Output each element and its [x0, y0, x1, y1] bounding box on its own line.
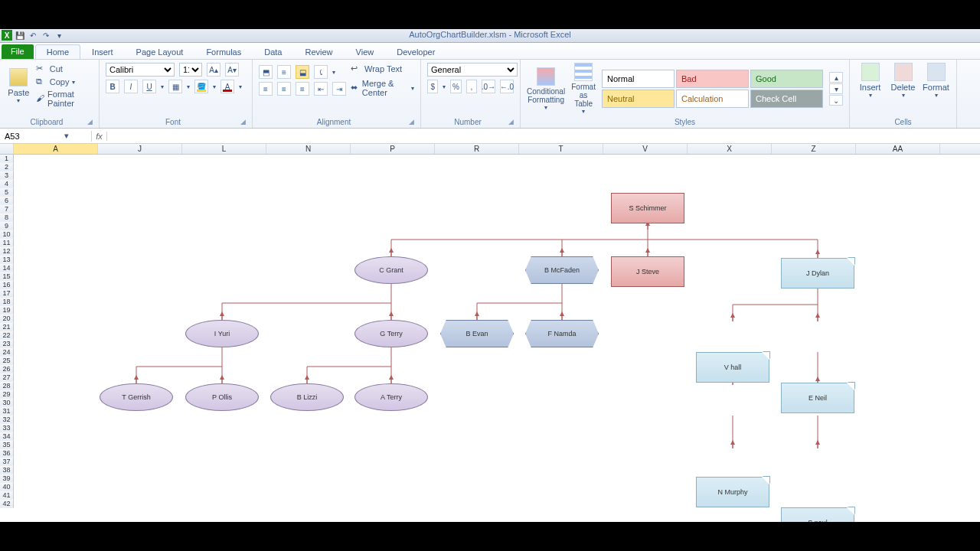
org-node-p_ollis[interactable]: P Ollis [185, 383, 259, 411]
row-header[interactable]: 24 [0, 348, 14, 357]
qat-more-icon[interactable]: ▾ [54, 30, 64, 41]
fx-icon[interactable]: fx [92, 132, 107, 141]
cell-style-bad[interactable]: Bad [676, 70, 749, 88]
merge-center-button[interactable]: ⬌Merge & Center ▾ [351, 78, 414, 98]
tab-page-layout[interactable]: Page Layout [125, 44, 195, 59]
column-header[interactable]: X [688, 144, 772, 154]
decrease-decimal-button[interactable]: ←.0 [500, 80, 514, 93]
column-header[interactable]: V [603, 144, 688, 154]
column-header[interactable]: AA [856, 144, 940, 154]
row-header[interactable]: 8 [0, 214, 14, 222]
shrink-font-button[interactable]: A▾ [225, 63, 239, 77]
accounting-button[interactable]: $ [427, 80, 438, 93]
row-header[interactable]: 26 [0, 365, 14, 373]
font-name-select[interactable]: Calibri [106, 63, 175, 77]
column-header[interactable]: N [266, 144, 351, 154]
row-header[interactable]: 13 [0, 256, 14, 264]
cell-style-check-cell[interactable]: Check Cell [750, 90, 823, 108]
org-node-s_paul[interactable]: S paul [781, 507, 854, 522]
row-header[interactable]: 28 [0, 382, 14, 390]
org-node-s_schimmer[interactable]: S Schimmer [611, 193, 684, 223]
tab-home[interactable]: Home [35, 44, 80, 59]
column-header[interactable]: L [182, 144, 266, 154]
undo-icon[interactable]: ↶ [28, 30, 38, 41]
row-header[interactable]: 3 [0, 171, 14, 180]
cell-style-normal[interactable]: Normal [602, 70, 675, 88]
org-node-j_dylan[interactable]: J Dylan [781, 258, 854, 289]
delete-button[interactable]: Delete▾ [889, 63, 917, 99]
row-header[interactable]: 39 [0, 474, 14, 483]
org-node-j_steve[interactable]: J Steve [611, 256, 684, 287]
grow-font-button[interactable]: A▴ [207, 63, 220, 77]
format-painter-button[interactable]: 🖌Format Painter [36, 89, 93, 109]
row-header[interactable]: 15 [0, 272, 14, 281]
conditional-formatting-button[interactable]: Conditional Formatting ▾ [527, 67, 565, 111]
row-header[interactable]: 35 [0, 441, 14, 449]
tab-view[interactable]: View [345, 44, 386, 59]
row-header[interactable]: 38 [0, 466, 14, 474]
column-header[interactable]: Z [772, 144, 856, 154]
align-bottom-button[interactable]: ⬓ [296, 65, 309, 79]
row-header[interactable]: 32 [0, 416, 14, 424]
row-header[interactable]: 2 [0, 163, 14, 171]
row-header[interactable]: 41 [0, 491, 14, 500]
dialog-launcher-icon[interactable]: ◢ [409, 118, 414, 126]
font-size-select[interactable]: 11 [179, 63, 202, 77]
row-header[interactable]: 34 [0, 432, 14, 441]
row-header[interactable]: 18 [0, 298, 14, 306]
row-header[interactable]: 30 [0, 399, 14, 407]
dialog-launcher-icon[interactable]: ◢ [240, 118, 246, 126]
org-node-g_terry[interactable]: G Terry [354, 320, 428, 347]
row-header[interactable]: 10 [0, 230, 14, 239]
align-center-button[interactable]: ≡ [277, 82, 291, 96]
format-as-table-button[interactable]: Format as Table ▾ [570, 63, 597, 115]
tab-data[interactable]: Data [253, 44, 293, 59]
row-header[interactable]: 1 [0, 155, 14, 163]
select-all-corner[interactable] [0, 144, 14, 154]
org-node-b_lizzi[interactable]: B Lizzi [270, 383, 344, 411]
styles-scroll-up-icon[interactable]: ▴ [829, 72, 843, 83]
underline-button[interactable]: U [142, 80, 156, 93]
row-header[interactable]: 12 [0, 247, 14, 256]
row-header[interactable]: 37 [0, 458, 14, 466]
align-middle-button[interactable]: ≡ [277, 65, 291, 79]
align-right-button[interactable]: ≡ [296, 82, 309, 96]
org-node-e_neil[interactable]: E Neil [781, 383, 854, 413]
org-node-v_hall[interactable]: V hall [696, 352, 769, 383]
column-header[interactable]: R [435, 144, 519, 154]
comma-button[interactable]: , [466, 80, 477, 93]
cell-style-calculation[interactable]: Calculation [676, 90, 749, 108]
tab-formulas[interactable]: Formulas [194, 44, 253, 59]
cut-button[interactable]: ✂Cut [36, 63, 93, 75]
tab-insert[interactable]: Insert [80, 44, 125, 59]
row-header[interactable]: 29 [0, 390, 14, 399]
decrease-indent-button[interactable]: ⇤ [314, 82, 328, 96]
border-button[interactable]: ▦ [168, 80, 182, 93]
column-header[interactable]: T [519, 144, 603, 154]
wrap-text-button[interactable]: ↩Wrap Text [351, 63, 414, 75]
org-node-n_murphy[interactable]: N Murphy [696, 477, 769, 507]
orientation-button[interactable]: ⤹ [314, 65, 328, 79]
row-header[interactable]: 9 [0, 222, 14, 230]
row-header[interactable]: 33 [0, 424, 14, 432]
italic-button[interactable]: I [124, 80, 138, 93]
org-node-a_terry[interactable]: A Terry [354, 383, 428, 411]
row-header[interactable]: 20 [0, 315, 14, 323]
org-node-c_grant[interactable]: C Grant [354, 256, 428, 284]
org-node-b_evan[interactable]: B Evan [440, 320, 514, 347]
org-node-b_mcfaden[interactable]: B McFaden [525, 256, 599, 284]
number-format-select[interactable]: General [427, 63, 518, 77]
row-header[interactable]: 17 [0, 289, 14, 298]
bold-button[interactable]: B [106, 80, 119, 93]
row-header[interactable]: 7 [0, 205, 14, 214]
row-header[interactable]: 16 [0, 281, 14, 289]
row-header[interactable]: 22 [0, 331, 14, 340]
row-header[interactable]: 5 [0, 188, 14, 197]
row-header[interactable]: 6 [0, 197, 14, 205]
percent-button[interactable]: % [450, 80, 461, 93]
row-header[interactable]: 27 [0, 373, 14, 382]
row-header[interactable]: 40 [0, 483, 14, 491]
org-node-i_yuri[interactable]: I Yuri [185, 320, 259, 347]
align-left-button[interactable]: ≡ [259, 82, 273, 96]
row-header[interactable]: 4 [0, 180, 14, 188]
